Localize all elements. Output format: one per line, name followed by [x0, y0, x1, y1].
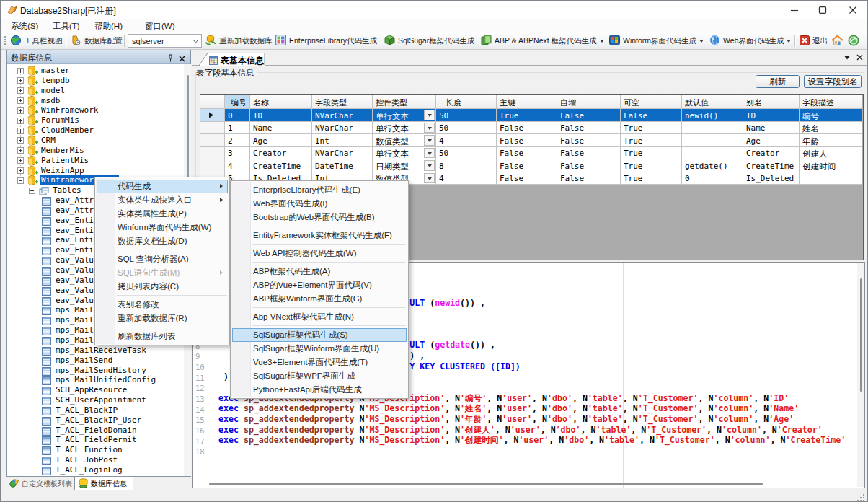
submenu-item-EntityFramework实体框架代码生成(F)[interactable]: EntityFramework实体框架代码生成(F)	[231, 229, 408, 242]
cell-0-8[interactable]: newid()	[682, 109, 743, 122]
dropdown-arrow-icon[interactable]	[699, 40, 704, 43]
column-header-名称[interactable]: 名称	[250, 95, 312, 109]
context-menu-item-拷贝列表内容(C)[interactable]: 拷贝列表内容(C)	[95, 280, 229, 294]
tree-node-label[interactable]: tempdb	[40, 76, 71, 86]
column-header-控件类型[interactable]: 控件类型	[373, 95, 436, 109]
cell-3-7[interactable]: True	[621, 147, 682, 160]
cell-1-4[interactable]: 50	[436, 122, 497, 135]
cell-4-2[interactable]: DateTime	[312, 159, 373, 172]
column-header-字段描述[interactable]: 字段描述	[800, 95, 862, 109]
cell-0-2[interactable]: NVarChar	[312, 109, 373, 122]
cell-0-4[interactable]: 50	[436, 109, 497, 122]
cell-3-9[interactable]: Creator	[743, 147, 800, 160]
cell-2-5[interactable]: False	[497, 134, 557, 147]
tree-node-label[interactable]: T_ACL_LoginLog	[54, 465, 124, 475]
submenu-item-ABP框架代码生成(A)[interactable]: ABP框架代码生成(A)	[231, 265, 408, 278]
cell-2-3[interactable]: 数值类型	[373, 134, 436, 147]
cell-2-4[interactable]: 4	[436, 134, 497, 147]
tree-node-label[interactable]: Tables	[51, 185, 83, 195]
toolbar-button-退出[interactable]: 退出	[800, 32, 828, 49]
control-type-dropdown-icon[interactable]	[424, 135, 435, 146]
expand-icon[interactable]	[17, 147, 24, 154]
tree-node-MemberMis[interactable]: MemberMis	[8, 146, 183, 156]
control-type-dropdown-icon[interactable]	[424, 110, 435, 120]
cell-4-3[interactable]: 日期类型	[373, 159, 436, 172]
context-menu-item-数据库文档生成(D)[interactable]: 数据库文档生成(D)	[95, 234, 229, 248]
toolbar-button-工具栏视图[interactable]: 工具栏视图	[10, 32, 63, 49]
set-field-alias-button[interactable]: 设置字段别名	[804, 75, 862, 88]
cell-1-3[interactable]: 单行文本	[373, 122, 436, 135]
cell-1-0[interactable]: 1	[225, 122, 250, 135]
cell-3-8[interactable]	[682, 147, 743, 160]
menu-3[interactable]: 帮助(H)	[94, 21, 123, 32]
menu-1[interactable]: 系统(S)	[11, 21, 38, 32]
cell-4-9[interactable]: CreateTime	[743, 159, 800, 172]
submenu-item-Python+FastApi后端代码生成[interactable]: Python+FastApi后端代码生成	[231, 383, 408, 397]
context-menu-item-实体类属性生成(P)[interactable]: 实体类属性生成(P)	[95, 207, 229, 221]
tree-node-label[interactable]: PatientMis	[40, 156, 90, 166]
cell-5-7[interactable]: True	[621, 172, 682, 185]
tree-node-label[interactable]: T_ACL_FieldPermit	[54, 435, 138, 445]
submenu-item-SqlSugar框架Winform界面生成(U)[interactable]: SqlSugar框架Winform界面生成(U)	[231, 342, 408, 356]
submenu-item-Vue3+Element界面代码生成(T)[interactable]: Vue3+Element界面代码生成(T)	[231, 356, 408, 369]
tree-node-label[interactable]: ForumMis	[40, 115, 81, 126]
tree-node-PatientMis[interactable]: PatientMis	[8, 156, 183, 166]
tree-node-label[interactable]: msdb	[40, 96, 62, 106]
column-header-别名[interactable]: 别名	[743, 95, 800, 109]
context-menu-item-表别名修改[interactable]: 表别名修改	[95, 298, 229, 312]
resize-grip[interactable]	[856, 492, 865, 501]
cell-2-2[interactable]: Int	[312, 134, 373, 147]
context-menu-item-重新加载数据库(R)[interactable]: 重新加载数据库(R)	[95, 312, 229, 325]
column-header-字段类型[interactable]: 字段类型	[312, 95, 373, 109]
control-type-dropdown-icon[interactable]	[424, 173, 435, 184]
tree-node-label[interactable]: T_ACL_Function	[54, 445, 124, 455]
tree-node-label[interactable]: MemberMis	[40, 146, 86, 156]
toolbar-button-home-icon[interactable]	[831, 32, 846, 49]
tree-node-label[interactable]: T_ACL_BlackIP	[54, 405, 119, 415]
tree-node-T_ACL_Function[interactable]: T_ACL_Function	[8, 445, 183, 455]
dock-tab-2[interactable]: 数据库信息	[74, 477, 133, 490]
submenu-item-ABP的Vue+Element界面代码(V)[interactable]: ABP的Vue+Element界面代码(V)	[231, 278, 408, 292]
toolbar-button-Web界面代码生成[interactable]: Web界面代码生成	[709, 32, 791, 49]
submenu-item-Abp VNext框架代码生成(N)[interactable]: Abp VNext框架代码生成(N)	[231, 310, 408, 324]
tree-node-T_ACL_FieldPermit[interactable]: T_ACL_FieldPermit	[8, 435, 183, 445]
minimize-button[interactable]	[789, 5, 800, 15]
tree-node-label[interactable]: SCH_AppResource	[54, 385, 128, 395]
cell-0-9[interactable]: ID	[743, 109, 800, 122]
expand-icon[interactable]	[17, 77, 24, 84]
tree-node-ForumMis[interactable]: ForumMis	[8, 115, 183, 126]
menu-2[interactable]: 工具(T)	[53, 21, 80, 32]
cell-4-4[interactable]: 8	[436, 159, 497, 172]
expand-icon[interactable]	[17, 68, 24, 74]
tree-node-label[interactable]: T_ACL_BlackIP_User	[54, 415, 143, 426]
tree-node-mps_MailSendHistory[interactable]: mps_MailSendHistory	[8, 366, 183, 376]
context-menu-item-Winform界面代码生成(W)[interactable]: Winform界面代码生成(W)	[95, 221, 229, 234]
tree-node-SCH_UserAppointment[interactable]: SCH_UserAppointment	[8, 395, 183, 405]
database-type-combobox[interactable]: sqlserver	[128, 34, 202, 48]
tab-list-dropdown-icon[interactable]	[843, 54, 851, 63]
cell-3-4[interactable]: 50	[436, 147, 497, 160]
cell-3-6[interactable]: False	[557, 147, 621, 160]
tree-node-label[interactable]: WinFramework	[40, 105, 99, 115]
toolbar-button-重新加载数据库[interactable]: 重新加载数据库	[205, 32, 273, 49]
cell-1-2[interactable]: NVarChar	[312, 122, 373, 135]
tree-node-WinFramework[interactable]: WinFramework	[8, 105, 183, 115]
combobox-chevron-icon[interactable]	[193, 39, 198, 44]
grid-corner-header[interactable]	[200, 95, 225, 109]
row-header-4[interactable]	[200, 159, 225, 172]
dropdown-arrow-icon[interactable]	[600, 40, 604, 43]
editor-vscroll[interactable]	[857, 263, 864, 487]
cell-4-1[interactable]: CreateTime	[250, 159, 312, 172]
cell-2-7[interactable]: True	[621, 134, 682, 147]
toolbar-button-Winform界面代码生成[interactable]: Winform界面代码生成	[609, 32, 704, 49]
maximize-button[interactable]	[818, 5, 828, 15]
tree-node-T_ACL_BlackIP[interactable]: T_ACL_BlackIP	[8, 405, 183, 415]
row-header-3[interactable]	[200, 147, 225, 160]
expand-icon[interactable]	[17, 118, 24, 124]
expand-icon[interactable]	[17, 167, 24, 174]
cell-0-0[interactable]: 0	[225, 109, 250, 122]
expand-icon[interactable]	[17, 97, 24, 104]
submenu-item-EnterpriseLibrary代码生成(E)[interactable]: EnterpriseLibrary代码生成(E)	[231, 183, 408, 197]
toolbar-button-feed-globe-icon[interactable]	[848, 32, 862, 49]
cell-5-9[interactable]: Is_Deleted	[743, 172, 800, 185]
